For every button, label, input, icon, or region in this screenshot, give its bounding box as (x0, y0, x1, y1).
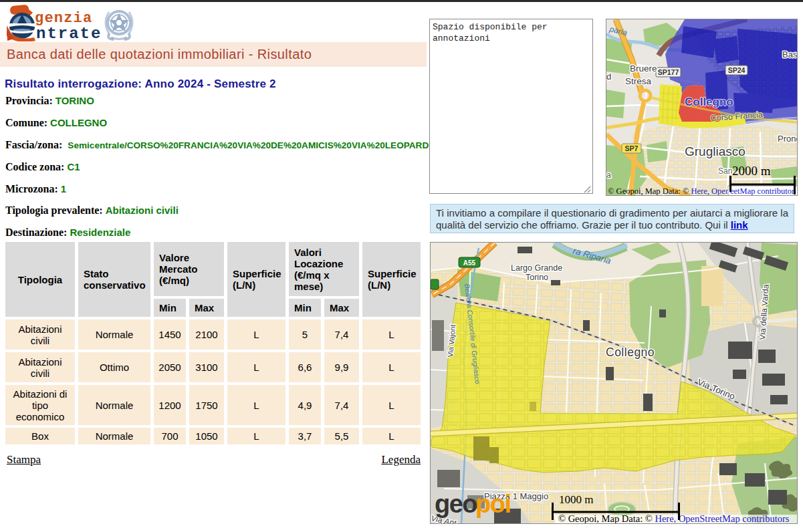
svg-text:Bass: Bass (782, 49, 798, 59)
svg-text:SP177: SP177 (658, 68, 679, 76)
svg-text:© Geopoi, Map Data: © Here, Op: © Geopoi, Map Data: © Here, OpenS (608, 186, 734, 196)
svg-text:2000 m: 2000 m (732, 164, 771, 178)
svg-text:Torino: Torino (526, 273, 548, 282)
svg-text:a: a (606, 170, 611, 180)
svg-text:eetMap contributor: eetMap contributor (730, 186, 795, 196)
svg-text:SP7: SP7 (625, 144, 639, 152)
svg-text:geo: geo (435, 490, 477, 518)
svg-text:Bruere: Bruere (630, 63, 657, 74)
svg-text:Collegno: Collegno (606, 346, 655, 359)
svg-text:A55: A55 (463, 259, 476, 267)
svg-text:Largo Grande: Largo Grande (511, 263, 562, 273)
svg-text:Stresa: Stresa (625, 76, 652, 86)
svg-text:ntrate: ntrate (36, 25, 102, 41)
svg-text:1000 m: 1000 m (559, 493, 593, 506)
svg-text:Grugliasco: Grugliasco (685, 144, 745, 158)
svg-text:San: San (718, 166, 732, 176)
svg-text:SP24: SP24 (728, 66, 745, 74)
svg-text:poi: poi (475, 490, 510, 518)
svg-text:d: d (606, 72, 611, 82)
svg-text:© Geopoi, Map Data: © Here, Op: © Geopoi, Map Data: © Here, OpenStreetMa… (558, 513, 790, 524)
svg-text:Collegno: Collegno (685, 96, 733, 108)
svg-text:Prond: Prond (778, 134, 798, 144)
